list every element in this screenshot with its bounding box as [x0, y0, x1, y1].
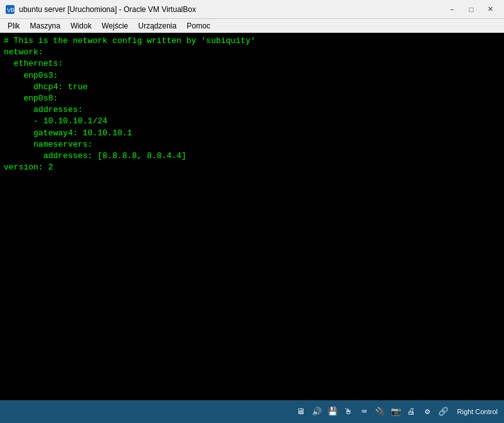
taskbar: 🖥 🔊 💾 🖱 ⌨ 🔌 📷 🖨 ⚙ 🔗 Right Control	[0, 400, 504, 423]
menu-maszyna[interactable]: Maszyna	[25, 20, 65, 32]
title-bar: VB ubuntu server [Uruchomiona] - Oracle …	[0, 0, 504, 19]
maximize-button[interactable]: □	[462, 3, 480, 16]
settings-icon[interactable]: ⚙	[421, 405, 434, 419]
storage-icon[interactable]: 💾	[326, 405, 340, 419]
keyboard-icon[interactable]: ⌨	[357, 405, 371, 419]
menu-bar: Plik Maszyna Widok Wejście Urządzenia Po…	[0, 19, 504, 33]
link-icon[interactable]: 🔗	[436, 405, 450, 419]
window-title: ubuntu server [Uruchomiona] - Oracle VM …	[19, 5, 443, 14]
close-button[interactable]: ✕	[481, 3, 499, 16]
menu-plik[interactable]: Plik	[3, 20, 25, 32]
right-control-label: Right Control	[455, 408, 500, 415]
menu-pomoc[interactable]: Pomoc	[181, 20, 215, 32]
display-icon[interactable]: 🖥	[294, 405, 308, 419]
network-icon[interactable]: 🔌	[373, 405, 387, 419]
menu-urzadzenia[interactable]: Urządzenia	[133, 20, 182, 32]
audio-icon[interactable]: 🔊	[310, 405, 324, 419]
camera-icon[interactable]: 📷	[389, 405, 403, 419]
print-icon[interactable]: 🖨	[405, 405, 419, 419]
svg-text:VB: VB	[7, 7, 15, 13]
minimize-button[interactable]: −	[443, 3, 461, 16]
mouse-icon[interactable]: 🖱	[341, 405, 355, 419]
menu-widok[interactable]: Widok	[65, 20, 96, 32]
window-controls: − □ ✕	[443, 3, 499, 16]
virtualbox-icon: VB	[5, 4, 15, 15]
terminal-output[interactable]: # This is the network config written by …	[0, 33, 504, 400]
menu-wejscie[interactable]: Wejście	[97, 20, 133, 32]
